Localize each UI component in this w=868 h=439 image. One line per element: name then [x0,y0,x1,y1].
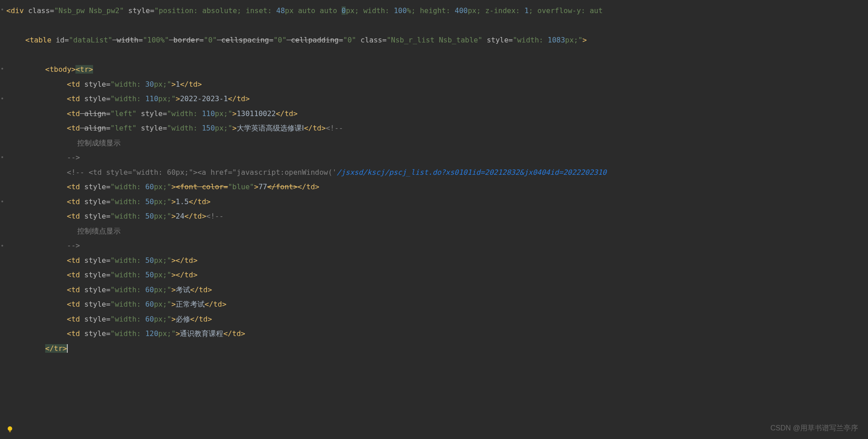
code-line[interactable]: </tr> [4,341,606,356]
code-area[interactable]: <div class="Nsb_pw Nsb_pw2" style="posit… [0,4,606,356]
code-line[interactable]: <td style="width: 110px;">2022-2023-1</t… [4,92,606,107]
code-line[interactable]: <tbody><tr> [4,62,606,77]
code-line[interactable]: 控制绩点显示 [4,224,606,239]
code-line[interactable]: <td style="width: 120px;">通识教育课程</td> [4,327,606,341]
code-line[interactable]: <td align="left" style="width: 110px;">1… [4,107,606,121]
code-line[interactable]: <!-- <td style="width: 60px;"><a href="j… [4,165,606,180]
code-line[interactable]: <td style="width: 60px;">考试</td> [4,283,606,298]
code-line[interactable]: <td style="width: 50px;">1.5</td> [4,195,606,210]
blank-line[interactable] [4,48,606,63]
code-line[interactable]: <td align="left" style="width: 150px;">大… [4,121,606,136]
code-line[interactable]: <td style="width: 50px;"></td> [4,253,606,268]
watermark-text: CSDN @用草书谱写兰亭序 [770,421,858,436]
svg-point-0 [8,426,12,431]
code-line[interactable]: <td style="width: 60px;">必修</td> [4,312,606,327]
code-line[interactable]: <div class="Nsb_pw Nsb_pw2" style="posit… [4,4,606,19]
code-editor[interactable]: <div class="Nsb_pw Nsb_pw2" style="posit… [0,0,868,439]
blank-line[interactable] [4,19,606,33]
code-line[interactable]: --> [4,150,606,165]
svg-rect-1 [9,431,11,432]
code-line[interactable]: <td style="width: 60px;">正常考试</td> [4,297,606,312]
intention-bulb-icon[interactable] [6,424,14,431]
code-line[interactable]: 控制成绩显示 [4,136,606,151]
code-line[interactable]: <td style="width: 60px;"><font color="bl… [4,180,606,195]
code-line[interactable]: <table id="dataList" width="100%" border… [4,33,606,48]
code-line[interactable]: <td style="width: 30px;">1</td> [4,77,606,92]
code-line[interactable]: <td style="width: 50px;">24</td><!-- [4,209,606,224]
code-line[interactable]: <td style="width: 50px;"></td> [4,268,606,283]
code-line[interactable]: --> [4,238,606,253]
